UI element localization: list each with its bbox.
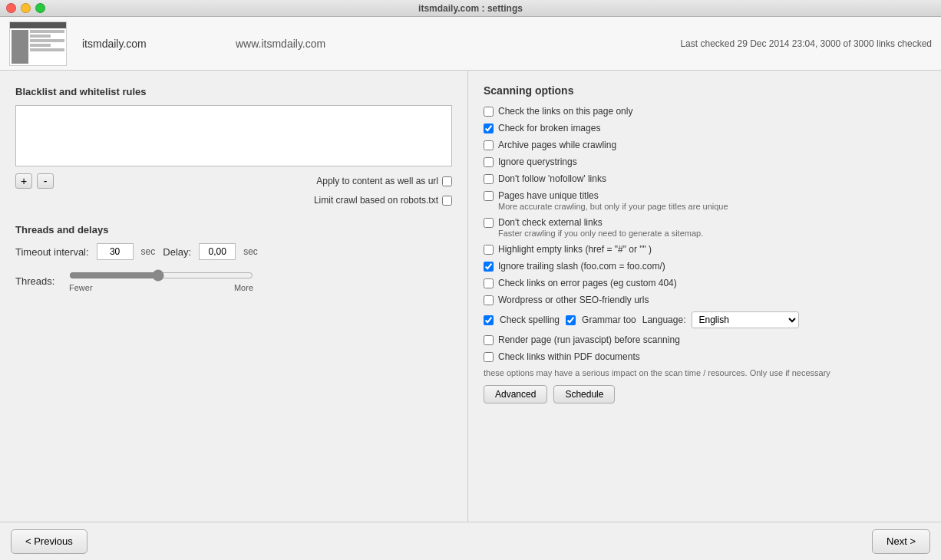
opt4-checkbox[interactable] bbox=[484, 157, 494, 167]
next-button[interactable]: Next > bbox=[872, 529, 930, 554]
scan-option-2: Check for broken images bbox=[484, 123, 926, 133]
check-pdf-checkbox[interactable] bbox=[484, 352, 494, 362]
opt6-block: Pages have unique titles More accurate c… bbox=[498, 190, 728, 211]
opt7-label: Don't check external links bbox=[498, 217, 703, 228]
scan-option-10: Check links on error pages (eg custom 40… bbox=[484, 278, 926, 288]
opt10-checkbox[interactable] bbox=[484, 278, 494, 288]
opt2-label: Check for broken images bbox=[498, 123, 600, 133]
check-pdf-label: Check links within PDF documents bbox=[498, 351, 640, 362]
delay-unit: sec bbox=[243, 246, 258, 257]
scan-option-3: Archive pages while crawling bbox=[484, 140, 926, 150]
opt5-checkbox[interactable] bbox=[484, 174, 494, 184]
advanced-button[interactable]: Advanced bbox=[484, 385, 547, 404]
slider-more-label: More bbox=[234, 283, 253, 292]
opt4-label: Ignore querystrings bbox=[498, 156, 577, 167]
schedule-button[interactable]: Schedule bbox=[553, 385, 615, 404]
opt8-checkbox[interactable] bbox=[484, 245, 494, 255]
apply-content-row: Apply to content as well as url bbox=[316, 176, 452, 186]
scan-option-4: Ignore querystrings bbox=[484, 156, 926, 167]
delay-input[interactable] bbox=[199, 243, 236, 260]
site-domain: itsmdaily.com bbox=[82, 38, 220, 50]
spelling-grammar-row: Check spelling Grammar too Language: Eng… bbox=[484, 311, 926, 328]
right-panel: Scanning options Check the links on this… bbox=[468, 71, 941, 522]
blacklist-controls: + - Apply to content as well as url bbox=[15, 173, 452, 189]
opt3-label: Archive pages while crawling bbox=[498, 140, 616, 150]
maximize-button[interactable] bbox=[35, 3, 45, 13]
opt6-checkbox[interactable] bbox=[484, 191, 494, 201]
grammar-too-checkbox[interactable] bbox=[566, 315, 576, 325]
grammar-too-label: Grammar too bbox=[582, 315, 636, 325]
footer: < Previous Next > bbox=[0, 522, 941, 560]
render-page-checkbox[interactable] bbox=[484, 335, 494, 345]
threads-section: Threads and delays Timeout interval: sec… bbox=[15, 224, 452, 292]
limit-crawl-label: Limit crawl based on robots.txt bbox=[314, 195, 438, 206]
close-button[interactable] bbox=[6, 3, 16, 13]
threads-title: Threads and delays bbox=[15, 224, 452, 236]
opt7-sub: Faster crawling if you only need to gene… bbox=[498, 229, 703, 238]
apply-content-checkbox[interactable] bbox=[442, 176, 452, 186]
scan-option-1: Check the links on this page only bbox=[484, 106, 926, 117]
blacklist-textarea[interactable] bbox=[15, 105, 452, 166]
threads-slider[interactable] bbox=[69, 269, 253, 282]
opt1-label: Check the links on this page only bbox=[498, 106, 632, 117]
action-buttons: Advanced Schedule bbox=[484, 385, 926, 404]
scan-option-8: Highlight empty links (href = "#" or "" … bbox=[484, 244, 926, 255]
title-bar: itsmdaily.com : settings bbox=[0, 0, 941, 17]
site-header: itsmdaily.com www.itsmdaily.com Last che… bbox=[0, 17, 941, 71]
scan-option-7: Don't check external links Faster crawli… bbox=[484, 217, 926, 238]
check-pdf-row: Check links within PDF documents bbox=[484, 351, 926, 362]
add-rule-button[interactable]: + bbox=[15, 173, 32, 189]
limit-crawl-checkbox[interactable] bbox=[442, 196, 452, 206]
threads-label: Threads: bbox=[15, 275, 69, 287]
site-url: www.itsmdaily.com bbox=[236, 38, 665, 50]
remove-rule-button[interactable]: - bbox=[37, 173, 54, 189]
scan-option-11: Wordpress or other SEO-friendly urls bbox=[484, 295, 926, 305]
opt7-block: Don't check external links Faster crawli… bbox=[498, 217, 703, 238]
main-content: Blacklist and whitelist rules + - Apply … bbox=[0, 71, 941, 522]
scan-option-6: Pages have unique titles More accurate c… bbox=[484, 190, 926, 211]
timeout-label: Timeout interval: bbox=[15, 246, 89, 258]
window-title: itsmdaily.com : settings bbox=[418, 3, 523, 14]
opt9-label: Ignore trailing slash (foo.com = foo.com… bbox=[498, 261, 665, 272]
check-spelling-checkbox[interactable] bbox=[484, 315, 494, 325]
scan-option-9: Ignore trailing slash (foo.com = foo.com… bbox=[484, 261, 926, 272]
left-panel: Blacklist and whitelist rules + - Apply … bbox=[0, 71, 468, 522]
render-page-row: Render page (run javascipt) before scann… bbox=[484, 334, 926, 345]
render-page-label: Render page (run javascipt) before scann… bbox=[498, 334, 680, 345]
opt2-checkbox[interactable] bbox=[484, 124, 494, 133]
slider-labels: Fewer More bbox=[69, 283, 253, 292]
apply-content-label: Apply to content as well as url bbox=[316, 176, 438, 186]
traffic-lights bbox=[6, 3, 45, 13]
opt6-label: Pages have unique titles bbox=[498, 190, 728, 201]
opt7-checkbox[interactable] bbox=[484, 218, 494, 228]
check-spelling-label: Check spelling bbox=[500, 315, 560, 325]
opt11-label: Wordpress or other SEO-friendly urls bbox=[498, 295, 649, 305]
opt5-label: Don't follow 'nofollow' links bbox=[498, 173, 606, 184]
timeout-row: Timeout interval: sec Delay: sec bbox=[15, 243, 452, 260]
language-label: Language: bbox=[642, 315, 686, 325]
opt8-label: Highlight empty links (href = "#" or "" … bbox=[498, 244, 652, 255]
spelling-inline: Check spelling Grammar too Language: Eng… bbox=[484, 311, 799, 328]
opt1-checkbox[interactable] bbox=[484, 107, 494, 117]
timeout-input[interactable] bbox=[97, 243, 134, 260]
slider-fewer-label: Fewer bbox=[69, 283, 93, 292]
minimize-button[interactable] bbox=[21, 3, 31, 13]
threads-slider-row: Threads: Fewer More bbox=[15, 269, 452, 292]
opt3-checkbox[interactable] bbox=[484, 140, 494, 150]
slider-container: Fewer More bbox=[69, 269, 253, 292]
scan-option-5: Don't follow 'nofollow' links bbox=[484, 173, 926, 184]
warning-text: these options may have a serious impact … bbox=[484, 368, 926, 377]
opt11-checkbox[interactable] bbox=[484, 295, 494, 305]
site-last-checked: Last checked 29 Dec 2014 23:04, 3000 of … bbox=[680, 38, 932, 49]
options-rows: Limit crawl based on robots.txt bbox=[15, 195, 452, 206]
opt6-sub: More accurate crawling, but only if your… bbox=[498, 202, 728, 211]
language-select[interactable]: English French German Spanish Italian bbox=[692, 311, 799, 328]
limit-crawl-row: Limit crawl based on robots.txt bbox=[15, 195, 452, 206]
opt10-label: Check links on error pages (eg custom 40… bbox=[498, 278, 677, 288]
blacklist-title: Blacklist and whitelist rules bbox=[15, 86, 452, 97]
site-thumbnail bbox=[9, 21, 67, 66]
scanning-title: Scanning options bbox=[484, 84, 926, 97]
delay-label: Delay: bbox=[163, 246, 191, 258]
opt9-checkbox[interactable] bbox=[484, 262, 494, 272]
previous-button[interactable]: < Previous bbox=[11, 529, 87, 554]
